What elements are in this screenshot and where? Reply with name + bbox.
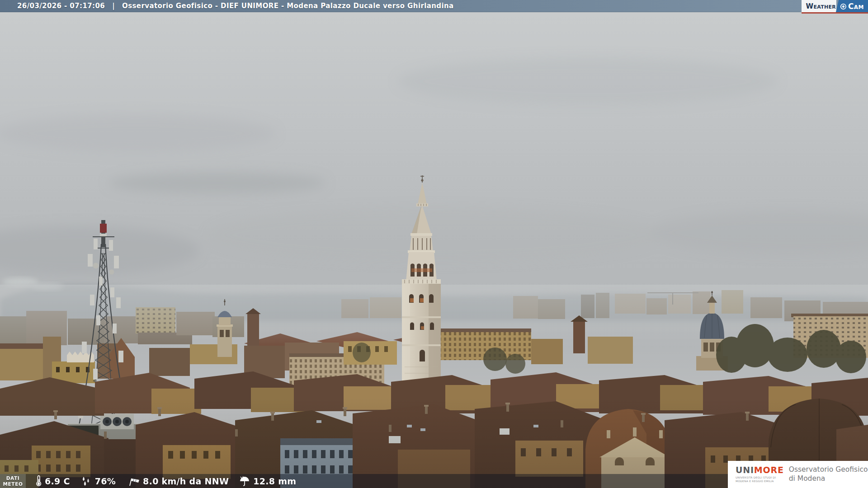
humidity-icon <box>80 476 92 487</box>
top-info-bar: 26/03/2026 - 07:17:06 | Osservatorio Geo… <box>0 0 868 12</box>
webcam-photo <box>0 0 868 488</box>
thermometer-icon <box>36 475 42 487</box>
dati-meteo-label: DATI METEO <box>0 474 26 488</box>
timestamp: 26/03/2026 - 07:17:06 <box>17 2 105 10</box>
wind-icon <box>127 476 140 487</box>
humidity-reading: 76% <box>80 476 116 487</box>
weathercam-logo-cam: Cam <box>836 0 868 12</box>
unimore-wordmark: UNIMORE UNIVERSITÀ DEGLI STUDI DI MODENA… <box>736 466 784 483</box>
weathercam-logo-weather: Weather <box>802 0 837 12</box>
university-tagline: UNIVERSITÀ DEGLI STUDI DI MODENA E REGGI… <box>736 476 784 483</box>
separator: | <box>112 2 115 10</box>
precipitation-reading: 12.8 mm <box>239 476 296 487</box>
wind-reading: 8.0 km/h da NNW <box>127 476 229 487</box>
webcam-page: 26/03/2026 - 07:17:06 | Osservatorio Geo… <box>0 0 868 488</box>
camera-lens-icon <box>840 3 846 9</box>
camera-title: Osservatorio Geofisico - DIEF UNIMORE - … <box>122 2 454 10</box>
temperature-reading: 6.9 C <box>36 475 70 487</box>
weathercam-logo: Weather Cam <box>802 0 868 14</box>
unimore-branding: UNIMORE UNIVERSITÀ DEGLI STUDI DI MODENA… <box>728 461 868 488</box>
observatory-name: Osservatorio Geofisico di Modena <box>789 465 868 483</box>
rain-icon <box>239 476 250 487</box>
